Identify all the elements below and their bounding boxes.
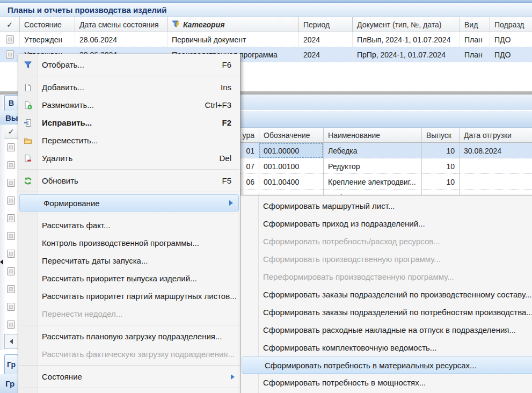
list-item[interactable] [4,227,18,245]
menu-item-delete[interactable]: Удалить Del [18,149,240,167]
menu-item-edit[interactable]: Исправить... F2 [18,114,240,132]
column-header-date[interactable]: Дата смены состояния [75,17,167,32]
submenu-item-picking-list[interactable]: Сформировать комплектовочную ведомость..… [241,339,532,356]
refresh-icon [18,177,37,185]
column-header-document[interactable]: Документ (тип, №, дата) [353,17,460,32]
menu-item-move[interactable]: Переместить... [18,132,240,149]
app-window: { "top_panel": { "title": "Планы и отчет… [0,0,532,393]
row-checkbox[interactable] [7,232,15,240]
column-header-name[interactable]: Наименование [323,128,421,143]
menu-item-label: Сформировать маршрутный лист... [258,201,395,210]
move-icon [18,136,37,145]
menu-item-label: Переформировать производственную програм… [258,272,454,281]
table-row[interactable]: Утвержден 28.06.2024 Первичный документ … [0,32,532,47]
menu-item-planned-load[interactable]: Рассчитать плановую загрузку подразделен… [18,328,240,345]
column-header-category[interactable]: Категория [167,17,299,32]
menu-item-label: Размножить... [37,100,94,110]
menu-item-priority-route-lists[interactable]: Рассчитать приоритет партий маршрутных л… [18,287,240,305]
list-item[interactable] [4,156,18,174]
submenu-item-resource-demand[interactable]: Сформировать потребность/расход ресурсов… [241,232,532,250]
submenu-arrow-icon [229,200,233,206]
column-header-department[interactable]: Подразд [490,17,532,32]
menu-item-label: Рассчитать приоритет выпуска изделий... [37,274,197,283]
row-checkbox[interactable] [6,50,14,59]
row-checkbox[interactable] [7,321,15,329]
menu-item-partial[interactable] [18,390,240,393]
menu-item-add[interactable]: Добавить... Ins [18,78,240,96]
menu-shortcut: Ins [221,83,240,92]
column-header-output[interactable]: Выпуск [421,128,459,143]
menu-item-actual-load[interactable]: Рассчитать фактическую загрузку подразде… [18,345,240,363]
column-header-kind[interactable]: Вид [460,17,490,32]
list-item[interactable] [4,139,18,156]
bottom-panel-caption-partial: Гр [0,374,18,393]
menu-item-priority-products[interactable]: Рассчитать приоритет выпуска изделий... [18,270,240,287]
row-checkbox[interactable] [7,179,15,187]
menu-item-label: Сформировать заказы подразделений по пот… [258,308,532,317]
row-checkbox[interactable] [7,196,15,205]
list-item[interactable] [4,298,18,316]
menu-item-label: Сформировать потребность в материальных … [260,361,477,370]
vertical-scrollbar[interactable] [0,94,4,350]
check-column-header[interactable]: ✓ [0,17,20,32]
scrollbar-left-button[interactable] [4,334,18,349]
menu-item-label: Сформировать потребность/расход ресурсов… [258,237,440,246]
menu-item-label: Сформировать комплектовочную ведомость..… [258,343,436,352]
submenu-item-production-program[interactable]: Сформировать производственную программу.… [241,250,532,268]
cell-state: Утвержден [20,32,75,47]
menu-item-label: Рассчитать факт... [37,221,111,230]
splitter-collapse-icon[interactable] [0,259,3,265]
menu-item-filter[interactable]: Отобрать... F6 [18,56,240,74]
left-panel-caption-partial: Вы [0,111,18,125]
list-item[interactable] [4,209,18,227]
check-column-header[interactable]: ✓ [4,125,18,139]
list-item[interactable] [4,280,18,298]
row-checkbox[interactable] [7,143,15,151]
menu-separator [18,385,240,390]
menu-item-control-program[interactable]: Контроль производственной программы... [18,234,240,252]
menu-shortcut: Ctrl+F3 [205,100,240,110]
row-checkbox[interactable] [7,285,15,293]
submenu-item-reform-production-program[interactable]: Переформировать производственную програм… [241,268,532,286]
menu-item-carry-backlog[interactable]: Перенести недодел... [18,305,240,323]
tab-grafik-partial[interactable]: Гр [4,354,18,374]
list-item[interactable] [4,316,18,333]
column-header-period[interactable]: Период [299,17,353,32]
cell-ship-date [459,174,532,190]
list-item[interactable] [4,192,18,209]
context-menu: Отобрать... F6 Добавить... Ins Размножит… [18,54,241,393]
list-item[interactable] [4,174,18,192]
menu-item-label: Рассчитать фактическую загрузку подразде… [37,350,235,359]
menu-item-state[interactable]: Состояние [18,368,240,385]
menu-separator [18,212,240,216]
menu-separator [18,74,240,78]
column-header-state[interactable]: Состояние [20,17,75,32]
menu-item-refresh[interactable]: Обновить F5 [18,172,240,190]
menu-item-formirovanie[interactable]: Формирование [19,194,239,212]
row-checkbox[interactable] [7,303,15,311]
row-checkbox[interactable] [7,267,15,275]
menu-item-label: Перенести недодел... [37,309,122,318]
menu-item-label: Рассчитать плановую загрузку подразделен… [37,332,222,341]
cell-category: Первичный документ [167,32,299,47]
tab-vypusk-partial[interactable]: В [4,95,18,111]
row-checkbox[interactable] [7,250,15,258]
menu-item-recalc-launch-dates[interactable]: Пересчитать даты запуска... [18,252,240,270]
column-header-ship-date[interactable]: Дата отгрузки [459,128,532,143]
submenu-item-capacity-demand[interactable]: Сформировать потребность в мощностях... [241,374,532,391]
submenu-item-expense-invoices[interactable]: Сформировать расходные накладные на отпу… [241,321,532,339]
submenu-item-material-demand[interactable]: Сформировать потребность в материальных … [242,356,532,374]
submenu-item-orders-by-needs[interactable]: Сформировать заказы подразделений по пот… [241,303,532,321]
submenu-item-incoming-from-departments[interactable]: Сформировать приход из подразделений... [241,215,532,232]
list-item[interactable] [4,263,18,280]
row-checkbox[interactable] [7,161,15,169]
column-header-category-label: Категория [183,20,224,29]
menu-item-duplicate[interactable]: Размножить... Ctrl+F3 [18,96,240,114]
submenu-item-route-list[interactable]: Сформировать маршрутный лист... [241,197,532,215]
menu-item-calc-fact[interactable]: Рассчитать факт... [18,216,240,234]
row-checkbox[interactable] [6,35,14,43]
column-header-designation[interactable]: Обозначение [259,128,323,143]
list-item[interactable] [4,245,18,263]
row-checkbox[interactable] [7,214,15,222]
submenu-item-orders-by-composition[interactable]: Сформировать заказы подразделений по про… [241,286,532,303]
